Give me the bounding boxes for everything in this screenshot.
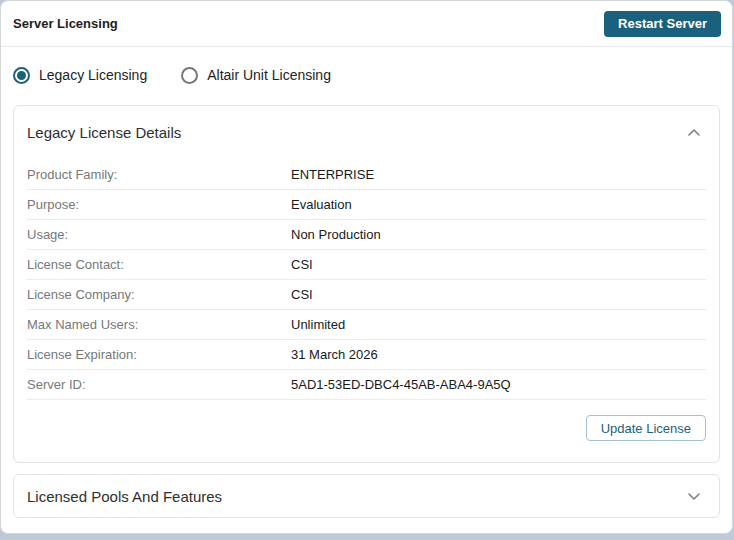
legacy-license-details-card: Legacy License Details Product Family: E… — [13, 105, 720, 463]
radio-legacy-licensing[interactable]: Legacy Licensing — [13, 67, 147, 84]
page-title: Server Licensing — [13, 16, 118, 31]
table-row: Product Family: ENTERPRISE — [27, 160, 706, 190]
row-value: Non Production — [291, 227, 381, 242]
row-label: License Company: — [27, 287, 291, 302]
license-details-table: Product Family: ENTERPRISE Purpose: Eval… — [27, 160, 706, 400]
table-row: Server ID: 5AD1-53ED-DBC4-45AB-ABA4-9A5Q — [27, 370, 706, 400]
row-value: Unlimited — [291, 317, 345, 332]
licensing-mode-radio-group: Legacy Licensing Altair Unit Licensing — [1, 64, 732, 86]
update-license-button[interactable]: Update License — [586, 415, 706, 441]
radio-label: Legacy Licensing — [39, 67, 147, 83]
table-row: License Expiration: 31 March 2026 — [27, 340, 706, 370]
row-label: Server ID: — [27, 377, 291, 392]
row-label: Usage: — [27, 227, 291, 242]
table-row: Usage: Non Production — [27, 220, 706, 250]
table-row: License Company: CSI — [27, 280, 706, 310]
row-label: License Expiration: — [27, 347, 291, 362]
card-actions: Update License — [14, 400, 719, 462]
section-title: Legacy License Details — [27, 124, 181, 141]
row-label: Max Named Users: — [27, 317, 291, 332]
radio-selected-icon — [13, 67, 30, 84]
panel-header: Server Licensing Restart Server — [1, 1, 732, 47]
licensed-pools-header[interactable]: Licensed Pools And Features — [14, 475, 719, 517]
row-value: Evaluation — [291, 197, 352, 212]
table-row: Purpose: Evaluation — [27, 190, 706, 220]
licensed-pools-card: Licensed Pools And Features — [13, 474, 720, 518]
server-licensing-panel: Server Licensing Restart Server Legacy L… — [0, 0, 733, 534]
row-value: 31 March 2026 — [291, 347, 378, 362]
row-value: ENTERPRISE — [291, 167, 374, 182]
row-value: 5AD1-53ED-DBC4-45AB-ABA4-9A5Q — [291, 377, 511, 392]
table-row: License Contact: CSI — [27, 250, 706, 280]
restart-server-button[interactable]: Restart Server — [604, 11, 721, 37]
table-row: Max Named Users: Unlimited — [27, 310, 706, 340]
radio-unselected-icon — [181, 67, 198, 84]
row-label: Product Family: — [27, 167, 291, 182]
radio-label: Altair Unit Licensing — [207, 67, 331, 83]
row-label: Purpose: — [27, 197, 291, 212]
row-label: License Contact: — [27, 257, 291, 272]
chevron-down-icon[interactable] — [687, 492, 701, 501]
chevron-up-icon[interactable] — [687, 128, 701, 137]
row-value: CSI — [291, 287, 313, 302]
radio-altair-unit-licensing[interactable]: Altair Unit Licensing — [181, 67, 331, 84]
row-value: CSI — [291, 257, 313, 272]
section-title: Licensed Pools And Features — [27, 488, 222, 505]
legacy-license-details-header[interactable]: Legacy License Details — [14, 106, 719, 158]
